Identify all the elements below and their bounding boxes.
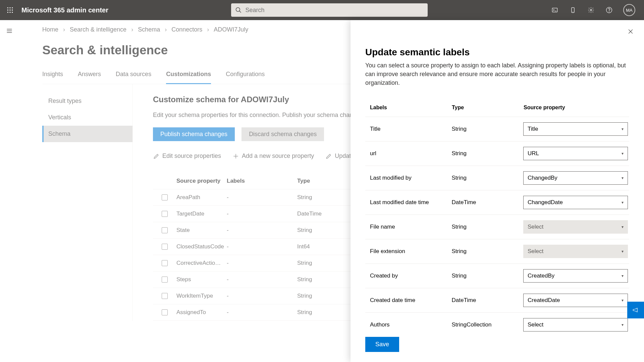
svg-point-0 — [7, 7, 8, 8]
sidebar-item-schema[interactable]: Schema — [42, 126, 132, 142]
label-name: Last modified date time — [370, 199, 451, 206]
row-checkbox[interactable] — [162, 277, 168, 283]
breadcrumb-item[interactable]: Connectors — [171, 26, 202, 33]
breadcrumb-item[interactable]: Search & intelligence — [70, 26, 126, 33]
breadcrumb-item[interactable]: Schema — [138, 26, 160, 33]
hamburger-icon[interactable] — [6, 27, 13, 362]
sidebar-item-verticals[interactable]: Verticals — [42, 109, 132, 126]
cell-type: String — [297, 260, 351, 266]
avatar[interactable]: MA — [623, 4, 635, 16]
label-type: String — [451, 126, 523, 132]
update-labels[interactable]: Update — [325, 153, 354, 160]
dropdown-value: Select — [528, 224, 543, 230]
cell-type: Int64 — [297, 243, 351, 250]
source-property-dropdown[interactable]: ChangedBy▾ — [523, 171, 628, 185]
label-name: File extension — [370, 248, 451, 255]
source-property-dropdown[interactable]: Select▾ — [523, 318, 628, 331]
chevron-down-icon: ▾ — [622, 298, 624, 303]
col-labels: Labels — [227, 178, 297, 184]
dropdown-value: URL — [528, 150, 539, 157]
svg-point-4 — [9, 9, 10, 10]
cmd-edit-label: Edit source properties — [162, 153, 221, 160]
left-rail: Result typesVerticalsSchema — [42, 84, 133, 321]
row-checkbox[interactable] — [162, 309, 168, 315]
source-property-dropdown[interactable]: CreatedBy▾ — [523, 269, 628, 283]
label-row: File nameStringSelect▾ — [365, 215, 629, 239]
col-type: Type — [297, 178, 351, 184]
feedback-button[interactable] — [627, 302, 644, 318]
search-input[interactable] — [245, 7, 424, 14]
svg-point-3 — [7, 9, 8, 10]
chevron-right-icon: › — [63, 26, 65, 33]
source-property-dropdown[interactable]: ChangedDate▾ — [523, 196, 628, 209]
pencil-icon — [153, 153, 160, 160]
label-row: AuthorsStringCollectionSelect▾ — [365, 313, 629, 337]
source-property-dropdown[interactable]: Select▾ — [523, 245, 628, 258]
cell-source: ClosedStatusCode — [176, 243, 227, 250]
discard-button[interactable]: Discard schema changes — [241, 127, 324, 141]
add-source-property[interactable]: Add a new source property — [232, 153, 314, 160]
chevron-right-icon: › — [165, 26, 167, 33]
dropdown-value: Select — [528, 321, 543, 328]
source-property-dropdown[interactable]: Select▾ — [523, 220, 628, 234]
cell-labels: - — [227, 210, 297, 217]
cell-labels: - — [227, 276, 297, 283]
label-row: Created byStringCreatedBy▾ — [365, 264, 629, 288]
tab-answers[interactable]: Answers — [78, 71, 101, 84]
svg-line-10 — [239, 11, 241, 13]
label-type: DateTime — [451, 297, 523, 304]
label-type: String — [451, 248, 523, 255]
cell-source: WorkItemType — [176, 293, 227, 299]
edit-source-properties[interactable]: Edit source properties — [153, 153, 221, 160]
breadcrumb-item[interactable]: Home — [42, 26, 58, 33]
dropdown-value: CreatedBy — [528, 273, 554, 279]
tab-data-sources[interactable]: Data sources — [116, 71, 151, 84]
svg-point-14 — [590, 9, 592, 11]
save-button[interactable]: Save — [365, 337, 399, 352]
source-property-dropdown[interactable]: Title▾ — [523, 122, 628, 136]
row-checkbox[interactable] — [162, 227, 168, 233]
dropdown-value: Title — [528, 126, 538, 132]
chevron-right-icon: › — [207, 26, 209, 33]
close-icon[interactable] — [627, 28, 634, 36]
svg-point-2 — [12, 7, 13, 8]
svg-point-9 — [236, 8, 240, 12]
source-property-dropdown[interactable]: CreatedDate▾ — [523, 294, 628, 307]
tab-customizations[interactable]: Customizations — [166, 71, 211, 84]
dropdown-value: Select — [528, 248, 543, 255]
row-checkbox[interactable] — [162, 194, 168, 200]
flyout-description: You can select a source property to assi… — [365, 61, 629, 87]
label-name: Last modified by — [370, 175, 451, 181]
breadcrumb-item[interactable]: ADOWI7July — [214, 26, 248, 33]
col-type: Type — [452, 105, 524, 111]
tab-insights[interactable]: Insights — [42, 71, 63, 84]
label-row: File extensionStringSelect▾ — [365, 239, 629, 264]
help-icon[interactable] — [605, 6, 613, 14]
svg-rect-11 — [552, 8, 557, 12]
cell-source: AssignedTo — [176, 309, 227, 316]
label-row: Created date timeDateTimeCreatedDate▾ — [365, 288, 629, 313]
label-type: StringCollection — [451, 321, 523, 328]
cell-source: AreaPath — [176, 194, 227, 201]
app-launcher-button[interactable] — [0, 7, 20, 13]
shell-icon[interactable] — [551, 6, 559, 14]
gear-icon[interactable] — [587, 6, 595, 14]
cell-type: String — [297, 309, 351, 316]
row-checkbox[interactable] — [162, 211, 168, 217]
row-checkbox[interactable] — [162, 244, 168, 250]
sidebar-item-result-types[interactable]: Result types — [42, 93, 132, 109]
mobile-icon[interactable] — [569, 6, 577, 14]
cell-type: DateTime — [297, 210, 351, 217]
chevron-right-icon: › — [131, 26, 133, 33]
cell-source: TargetDate — [176, 210, 227, 217]
search-box[interactable] — [231, 3, 428, 17]
publish-button[interactable]: Publish schema changes — [153, 127, 235, 141]
chevron-down-icon: ▾ — [622, 249, 624, 254]
row-checkbox[interactable] — [162, 293, 168, 299]
cell-labels: - — [227, 293, 297, 299]
cmd-add-label: Add a new source property — [242, 153, 314, 160]
source-property-dropdown[interactable]: URL▾ — [523, 147, 628, 160]
row-checkbox[interactable] — [162, 260, 168, 266]
chevron-down-icon: ▾ — [622, 176, 624, 180]
tab-configurations[interactable]: Configurations — [226, 71, 265, 84]
